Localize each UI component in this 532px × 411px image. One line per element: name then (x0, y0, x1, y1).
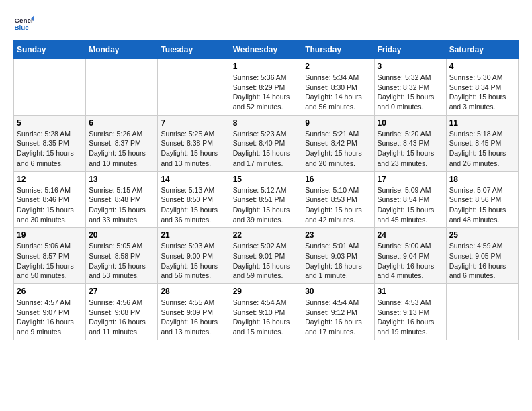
calendar-cell: 1Sunrise: 5:36 AM Sunset: 8:29 PM Daylig… (230, 59, 302, 116)
calendar-cell: 12Sunrise: 5:16 AM Sunset: 8:46 PM Dayli… (14, 171, 86, 228)
day-number: 16 (305, 175, 371, 184)
day-info: Sunrise: 5:01 AM Sunset: 9:03 PM Dayligh… (305, 241, 371, 281)
calendar-cell: 23Sunrise: 5:01 AM Sunset: 9:03 PM Dayli… (302, 228, 374, 284)
calendar-week-row: 12Sunrise: 5:16 AM Sunset: 8:46 PM Dayli… (14, 171, 519, 228)
day-info: Sunrise: 4:57 AM Sunset: 9:07 PM Dayligh… (17, 298, 83, 337)
day-number: 14 (161, 175, 226, 184)
calendar-cell: 5Sunrise: 5:28 AM Sunset: 8:35 PM Daylig… (14, 115, 86, 171)
day-number: 27 (89, 287, 154, 296)
day-number: 8 (233, 118, 300, 128)
calendar-cell: 10Sunrise: 5:20 AM Sunset: 8:43 PM Dayli… (374, 115, 446, 171)
day-info: Sunrise: 5:03 AM Sunset: 9:00 PM Dayligh… (161, 241, 226, 281)
logo-icon: General Blue (13, 13, 34, 34)
day-number: 24 (378, 230, 443, 240)
day-number: 7 (161, 118, 226, 128)
day-info: Sunrise: 5:02 AM Sunset: 9:01 PM Dayligh… (233, 241, 300, 281)
calendar-cell: 6Sunrise: 5:26 AM Sunset: 8:37 PM Daylig… (86, 115, 158, 171)
day-info: Sunrise: 4:53 AM Sunset: 9:13 PM Dayligh… (378, 298, 443, 337)
svg-text:Blue: Blue (15, 24, 30, 31)
weekday-header: Friday (374, 41, 446, 59)
calendar-week-row: 5Sunrise: 5:28 AM Sunset: 8:35 PM Daylig… (14, 115, 519, 171)
day-number: 20 (89, 230, 154, 240)
day-number: 31 (378, 287, 443, 296)
day-number: 17 (378, 175, 443, 184)
calendar-cell: 27Sunrise: 4:56 AM Sunset: 9:08 PM Dayli… (86, 284, 158, 340)
day-info: Sunrise: 5:23 AM Sunset: 8:40 PM Dayligh… (233, 129, 300, 169)
day-number: 11 (449, 118, 515, 128)
logo: General Blue (13, 13, 34, 34)
day-info: Sunrise: 5:07 AM Sunset: 8:56 PM Dayligh… (449, 185, 515, 225)
calendar-cell (158, 59, 230, 116)
day-info: Sunrise: 5:28 AM Sunset: 8:35 PM Dayligh… (17, 129, 83, 169)
day-info: Sunrise: 5:06 AM Sunset: 8:57 PM Dayligh… (17, 241, 83, 281)
calendar-cell (446, 284, 518, 340)
day-number: 1 (233, 62, 300, 71)
calendar-cell: 14Sunrise: 5:13 AM Sunset: 8:50 PM Dayli… (158, 171, 230, 228)
day-info: Sunrise: 4:59 AM Sunset: 9:05 PM Dayligh… (449, 241, 515, 281)
calendar-cell: 17Sunrise: 5:09 AM Sunset: 8:54 PM Dayli… (374, 171, 446, 228)
day-info: Sunrise: 5:30 AM Sunset: 8:34 PM Dayligh… (449, 73, 515, 112)
calendar-cell: 18Sunrise: 5:07 AM Sunset: 8:56 PM Dayli… (446, 171, 518, 228)
day-number: 21 (161, 230, 226, 240)
weekday-header-row: SundayMondayTuesdayWednesdayThursdayFrid… (14, 41, 519, 59)
day-info: Sunrise: 5:15 AM Sunset: 8:48 PM Dayligh… (89, 185, 154, 225)
day-number: 25 (449, 230, 515, 240)
calendar-cell: 31Sunrise: 4:53 AM Sunset: 9:13 PM Dayli… (374, 284, 446, 340)
day-info: Sunrise: 5:34 AM Sunset: 8:30 PM Dayligh… (305, 73, 371, 112)
day-info: Sunrise: 5:05 AM Sunset: 8:58 PM Dayligh… (89, 241, 154, 281)
calendar-cell: 20Sunrise: 5:05 AM Sunset: 8:58 PM Dayli… (86, 228, 158, 284)
day-info: Sunrise: 5:20 AM Sunset: 8:43 PM Dayligh… (378, 129, 443, 169)
calendar-table: SundayMondayTuesdayWednesdayThursdayFrid… (13, 40, 519, 340)
day-number: 10 (378, 118, 443, 128)
weekday-header: Wednesday (230, 41, 302, 59)
day-number: 28 (161, 287, 226, 296)
calendar-cell: 22Sunrise: 5:02 AM Sunset: 9:01 PM Dayli… (230, 228, 302, 284)
weekday-header: Thursday (302, 41, 374, 59)
calendar-cell: 4Sunrise: 5:30 AM Sunset: 8:34 PM Daylig… (446, 59, 518, 116)
weekday-header: Saturday (446, 41, 518, 59)
day-info: Sunrise: 5:10 AM Sunset: 8:53 PM Dayligh… (305, 185, 371, 225)
calendar-cell: 13Sunrise: 5:15 AM Sunset: 8:48 PM Dayli… (86, 171, 158, 228)
day-number: 2 (305, 62, 371, 71)
day-number: 9 (305, 118, 371, 128)
calendar-cell: 29Sunrise: 4:54 AM Sunset: 9:10 PM Dayli… (230, 284, 302, 340)
day-number: 23 (305, 230, 371, 240)
day-info: Sunrise: 5:18 AM Sunset: 8:45 PM Dayligh… (449, 129, 515, 169)
day-number: 18 (449, 175, 515, 184)
day-number: 12 (17, 175, 83, 184)
day-number: 29 (233, 287, 300, 296)
day-number: 4 (449, 62, 515, 71)
page-header: General Blue (13, 13, 519, 34)
day-info: Sunrise: 5:12 AM Sunset: 8:51 PM Dayligh… (233, 185, 300, 225)
calendar-cell: 25Sunrise: 4:59 AM Sunset: 9:05 PM Dayli… (446, 228, 518, 284)
weekday-header: Monday (86, 41, 158, 59)
calendar-cell: 28Sunrise: 4:55 AM Sunset: 9:09 PM Dayli… (158, 284, 230, 340)
calendar-cell: 3Sunrise: 5:32 AM Sunset: 8:32 PM Daylig… (374, 59, 446, 116)
calendar-cell: 9Sunrise: 5:21 AM Sunset: 8:42 PM Daylig… (302, 115, 374, 171)
weekday-header: Tuesday (158, 41, 230, 59)
weekday-header: Sunday (14, 41, 86, 59)
day-info: Sunrise: 5:16 AM Sunset: 8:46 PM Dayligh… (17, 185, 83, 225)
calendar-cell: 16Sunrise: 5:10 AM Sunset: 8:53 PM Dayli… (302, 171, 374, 228)
calendar-cell: 19Sunrise: 5:06 AM Sunset: 8:57 PM Dayli… (14, 228, 86, 284)
calendar-week-row: 26Sunrise: 4:57 AM Sunset: 9:07 PM Dayli… (14, 284, 519, 340)
day-info: Sunrise: 5:26 AM Sunset: 8:37 PM Dayligh… (89, 129, 154, 169)
day-number: 15 (233, 175, 300, 184)
calendar-cell: 30Sunrise: 4:54 AM Sunset: 9:12 PM Dayli… (302, 284, 374, 340)
day-number: 3 (378, 62, 443, 71)
day-info: Sunrise: 5:00 AM Sunset: 9:04 PM Dayligh… (378, 241, 443, 281)
calendar-cell: 11Sunrise: 5:18 AM Sunset: 8:45 PM Dayli… (446, 115, 518, 171)
day-info: Sunrise: 4:55 AM Sunset: 9:09 PM Dayligh… (161, 298, 226, 337)
day-info: Sunrise: 5:25 AM Sunset: 8:38 PM Dayligh… (161, 129, 226, 169)
day-number: 26 (17, 287, 83, 296)
calendar-week-row: 1Sunrise: 5:36 AM Sunset: 8:29 PM Daylig… (14, 59, 519, 116)
day-number: 22 (233, 230, 300, 240)
day-info: Sunrise: 5:13 AM Sunset: 8:50 PM Dayligh… (161, 185, 226, 225)
day-info: Sunrise: 4:54 AM Sunset: 9:12 PM Dayligh… (305, 298, 371, 337)
day-info: Sunrise: 4:54 AM Sunset: 9:10 PM Dayligh… (233, 298, 300, 337)
svg-text:General: General (15, 17, 34, 24)
calendar-cell: 7Sunrise: 5:25 AM Sunset: 8:38 PM Daylig… (158, 115, 230, 171)
calendar-cell: 8Sunrise: 5:23 AM Sunset: 8:40 PM Daylig… (230, 115, 302, 171)
calendar-cell: 24Sunrise: 5:00 AM Sunset: 9:04 PM Dayli… (374, 228, 446, 284)
calendar-cell (14, 59, 86, 116)
